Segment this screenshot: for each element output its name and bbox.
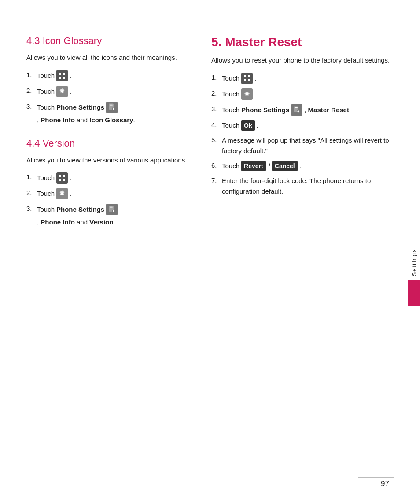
phone-settings-icon bbox=[106, 204, 118, 215]
step-num: 6. bbox=[211, 161, 220, 171]
step-44-3: 3. Touch Phone Settings bbox=[26, 204, 194, 228]
step-num: 1. bbox=[211, 73, 220, 83]
two-column-layout: 4.3 Icon Glossary Allows you to view all… bbox=[26, 35, 394, 240]
step-suffix: . bbox=[70, 188, 71, 199]
step-5-4: 4. Touch Ok . bbox=[211, 120, 394, 131]
grid-icon bbox=[241, 73, 253, 84]
step-content: Touch . bbox=[37, 172, 71, 184]
step-num: 2. bbox=[211, 88, 220, 99]
step-num: 4. bbox=[211, 120, 220, 130]
svg-rect-24 bbox=[295, 107, 298, 108]
step-content: Enter the four-digit lock code. The phon… bbox=[222, 176, 394, 197]
step-44-2: 2. Touch . bbox=[26, 188, 194, 199]
step-5-5: 5. A message will pop up that says "All … bbox=[211, 135, 394, 156]
step-content: Touch . bbox=[222, 73, 256, 84]
step-text: Touch bbox=[222, 161, 239, 171]
step-suffix: . bbox=[70, 173, 71, 183]
step-num: 3. bbox=[26, 102, 35, 112]
step-text: Enter the four-digit lock code. The phon… bbox=[222, 176, 394, 197]
step-rest: , Phone Info and Icon Glossary. bbox=[37, 115, 135, 125]
svg-rect-21 bbox=[248, 79, 250, 81]
svg-rect-12 bbox=[63, 179, 65, 181]
gear-icon bbox=[241, 88, 253, 100]
step-text: Touch bbox=[222, 105, 239, 115]
section-43-steps: 1. Touch . bbox=[26, 70, 194, 125]
svg-rect-6 bbox=[110, 104, 113, 105]
svg-rect-9 bbox=[59, 175, 61, 177]
step-suffix: . bbox=[299, 161, 301, 171]
step-text: A message will pop up that says "All set… bbox=[222, 135, 394, 156]
step-content: Touch . bbox=[37, 188, 71, 199]
step-num: 7. bbox=[211, 176, 220, 186]
slash: / bbox=[269, 161, 270, 171]
section-5-steps: 1. Touch . bbox=[211, 73, 394, 197]
step-num: 3. bbox=[211, 104, 220, 114]
step-content: Touch Phone Settings , Master Reset bbox=[222, 104, 351, 116]
step-content: Touch . bbox=[37, 70, 71, 81]
svg-rect-1 bbox=[63, 73, 65, 75]
section-5-heading: 5. Master Reset bbox=[211, 35, 394, 49]
phone-settings-label: Phone Settings bbox=[56, 204, 104, 215]
step-text: Touch bbox=[37, 204, 55, 215]
section-44-heading: 4.4 Version bbox=[26, 138, 194, 149]
step-5-2: 2. Touch . bbox=[211, 88, 394, 100]
ok-button-label: Ok bbox=[241, 120, 255, 131]
step-text: Touch bbox=[222, 120, 239, 131]
page: 4.3 Icon Glossary Allows you to view all… bbox=[0, 0, 420, 504]
section-44-desc: Allows you to view the versions of vario… bbox=[26, 155, 194, 166]
step-content: Touch . bbox=[37, 86, 71, 97]
step-content: A message will pop up that says "All set… bbox=[222, 135, 394, 156]
svg-rect-3 bbox=[63, 77, 65, 79]
step-content: Touch Phone Settings bbox=[37, 204, 194, 228]
step-num: 5. bbox=[211, 135, 220, 145]
page-number: 97 bbox=[381, 479, 389, 488]
svg-rect-11 bbox=[59, 179, 61, 181]
section-43-heading: 4.3 Icon Glossary bbox=[26, 35, 194, 47]
phone-settings-label: Phone Settings bbox=[56, 102, 104, 113]
section-44-steps: 1. Touch . bbox=[26, 172, 194, 228]
step-num: 2. bbox=[26, 86, 35, 96]
svg-rect-10 bbox=[63, 175, 65, 177]
phone-settings-icon bbox=[106, 102, 118, 113]
step-text: Touch bbox=[222, 73, 239, 84]
grid-icon bbox=[56, 172, 68, 184]
step-num: 2. bbox=[26, 188, 35, 198]
phone-settings-label: Phone Settings bbox=[241, 105, 289, 115]
grid-icon bbox=[56, 70, 68, 81]
step-content: Touch Ok . bbox=[222, 120, 258, 131]
step-43-3: 3. Touch Phone Settings bbox=[26, 102, 194, 125]
right-column: 5. Master Reset Allows you to reset your… bbox=[211, 35, 394, 240]
gear-icon bbox=[56, 188, 68, 199]
step-43-1: 1. Touch . bbox=[26, 70, 194, 81]
gear-icon bbox=[56, 86, 68, 97]
step-text: Touch bbox=[222, 89, 239, 99]
step-5-7: 7. Enter the four-digit lock code. The p… bbox=[211, 176, 394, 197]
revert-button-label: Revert bbox=[241, 161, 266, 171]
step-5-6: 6. Touch Revert / Cancel . bbox=[211, 161, 394, 171]
sidebar-text: Settings bbox=[411, 248, 417, 276]
left-column: 4.3 Icon Glossary Allows you to view all… bbox=[26, 35, 194, 240]
step-5-3: 3. Touch Phone Settings bbox=[211, 104, 394, 116]
step-rest: , Master Reset. bbox=[304, 105, 351, 115]
step-suffix: . bbox=[254, 89, 256, 99]
step-5-1: 1. Touch . bbox=[211, 73, 394, 84]
sidebar-label: Settings bbox=[408, 248, 420, 306]
section-5-desc: Allows you to reset your phone to the fa… bbox=[211, 55, 394, 66]
section-44: 4.4 Version Allows you to view the versi… bbox=[26, 138, 194, 228]
svg-rect-19 bbox=[248, 75, 250, 77]
step-num: 1. bbox=[26, 172, 35, 182]
step-suffix: . bbox=[257, 120, 258, 131]
step-suffix: . bbox=[254, 73, 256, 84]
step-text: Touch bbox=[37, 86, 55, 97]
step-43-2: 2. Touch . bbox=[26, 86, 194, 97]
svg-rect-18 bbox=[244, 75, 246, 77]
svg-rect-20 bbox=[244, 79, 246, 81]
step-44-1: 1. Touch . bbox=[26, 172, 194, 184]
step-text: Touch bbox=[37, 188, 55, 199]
step-suffix: . bbox=[70, 86, 71, 97]
step-text: Touch bbox=[37, 70, 55, 81]
page-divider bbox=[358, 477, 394, 478]
svg-rect-15 bbox=[110, 207, 113, 208]
step-suffix: . bbox=[70, 70, 71, 81]
step-content: Touch Revert / Cancel . bbox=[222, 161, 301, 171]
